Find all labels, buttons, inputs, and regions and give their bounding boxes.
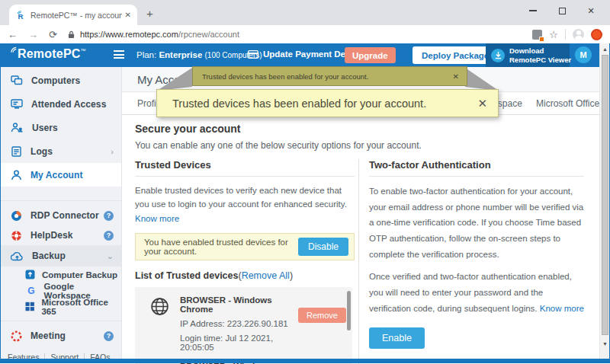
browser-tabstrip: R RemotePC™ - my account inform ✕ + ✕ [0,0,610,25]
paren: ) [290,270,293,281]
my-account-icon [11,170,22,180]
plan-label: Plan: [136,50,156,59]
trusted-devices-description: Enable trusted devices to verify each ne… [135,186,347,209]
sidebar-label: Computer Backup [42,270,117,279]
upgrade-button[interactable]: Upgrade [345,47,396,63]
helpdesk-icon [11,230,22,241]
remotepc-favicon-icon: R [15,10,26,21]
sidebar-item-rdp-connector[interactable]: RDP Connector ? [0,206,121,225]
help-icon[interactable]: ? [104,231,114,241]
toast-close-icon[interactable]: ✕ [477,97,487,110]
user-avatar[interactable]: M [575,46,592,63]
logo-tm: ™ [81,48,86,53]
download-viewer-button[interactable]: DownloadRemotePC Viewer [486,43,570,67]
maximize-button[interactable] [547,2,576,20]
hamburger-menu-icon[interactable] [114,50,124,61]
device-row: BROWSER - Windows Chrome IP Address: 223… [147,295,346,352]
know-more-link[interactable]: Know more [135,214,179,223]
sidebar-item-meeting[interactable]: Meeting ? [0,326,121,346]
browser-urlbar: ← → ⟳ https://www.remotepc.com/rpcnew/ac… [0,25,610,43]
users-icon [11,123,24,133]
download-icon [491,49,505,62]
sidebar-divider [0,200,121,201]
minimize-button[interactable] [518,2,547,20]
logo-text: RemotePC [18,47,81,61]
sidebar-divider [0,321,121,321]
lock-icon[interactable] [68,30,75,39]
close-button[interactable]: ✕ [576,2,605,20]
help-icon[interactable]: ? [104,211,114,221]
new-tab-button[interactable]: + [146,7,153,20]
banner-text: You have enabled trusted devices for you… [144,238,298,256]
window-border [0,43,1,359]
browser-tab[interactable]: R RemotePC™ - my account inform ✕ [9,5,137,25]
disable-button[interactable]: Disable [298,238,348,256]
remotepc-logo[interactable]: RemotePC ™ [10,47,86,61]
computer-backup-icon [25,270,35,279]
sidebar-item-logs[interactable]: Logs › [0,139,121,163]
toast-close-icon[interactable]: ✕ [453,72,459,81]
enable-two-factor-button[interactable]: Enable [369,327,425,349]
trusted-list-label: List of Trusted devices(Remove All) [135,270,355,281]
plan-info: Plan: Enterprise (100 Computers) [136,50,262,59]
sidebar-label: Computers [31,75,114,86]
device-name: BROWSER - Windows Chrome [180,295,298,314]
remove-device-button[interactable]: Remove [298,308,346,323]
url-host: https://www.remotepc.com [80,30,178,39]
toast-notification-magnified: Trusted devices has been enabled for you… [156,89,499,117]
scrollbar-thumb[interactable] [602,55,608,335]
divider [565,29,566,40]
window-border-bottom [0,359,610,363]
tab-close-icon[interactable]: ✕ [125,11,131,19]
forward-icon[interactable]: → [28,29,38,40]
download-label-line1: Download [509,46,544,55]
sidebar-label: Logs [30,146,111,157]
sidebar-item-computers[interactable]: Computers [0,69,121,92]
page-title: My Account [137,73,197,86]
list-label-text: List of Trusted devices [135,270,238,281]
back-icon[interactable]: ← [8,29,18,40]
sidebar-label: Meeting [30,330,104,341]
toast-notification: Trusted devices has been enabled for you… [192,66,467,86]
sidebar-item-users[interactable]: Users [0,116,121,139]
browser-profile-icon[interactable] [573,29,584,40]
sidebar-item-google-workspace[interactable]: G Google Workspace [0,283,121,299]
device-list-scrollbar[interactable] [347,291,351,330]
microsoft-office-icon [25,302,34,311]
trusted-devices-heading: Trusted Devices [135,159,355,177]
chevron-right-icon: › [111,147,114,156]
remove-all-link[interactable]: Remove All [242,270,290,281]
browser-menu-icon[interactable] [591,29,602,40]
bookmark-star-icon[interactable]: ☆ [549,29,558,40]
toast-message: Trusted devices has been enabled for you… [172,97,477,110]
help-icon[interactable]: ? [104,331,114,341]
rdp-connector-icon [11,210,22,222]
sidebar-item-attended-access[interactable]: Attended Access [0,92,121,116]
trusted-device-list: BROWSER - Windows Chrome IP Address: 223… [135,287,352,364]
address-input[interactable]: https://www.remotepc.com/rpcnew/account [80,30,532,39]
chevron-down-icon: ⌄ [107,251,114,261]
sidebar-item-computer-backup[interactable]: Computer Backup [0,267,121,283]
sidebar-label: Users [32,123,114,133]
sidebar-item-microsoft-office-365[interactable]: Microsoft Office 365 [0,299,121,315]
sidebar-item-backup[interactable]: Backup ⌄ [0,245,121,267]
logs-icon [11,146,22,157]
know-more-link[interactable]: Know more [540,304,584,313]
window-controls: ✕ [518,2,605,20]
globe-icon [150,297,169,352]
secure-account-section: Secure your account You can enable any o… [122,115,599,364]
page-scrollbar[interactable]: ▲ ▼ [599,43,610,359]
trusted-status-banner: You have enabled trusted devices for you… [135,233,355,260]
reload-icon[interactable]: ⟳ [49,29,57,40]
svg-text:R: R [18,12,24,21]
extension-icon[interactable] [532,30,542,40]
trusted-devices-panel: Trusted Devices Enable trusted devices t… [135,159,355,364]
sidebar-label: HelpDesk [30,230,104,241]
sidebar: Computers Attended Access Users Logs › M… [0,67,122,359]
meeting-icon [11,330,22,342]
app-header: RemotePC ™ Plan: Enterprise (100 Compute… [0,43,610,67]
device-login-time: Login time: Jul 12 2021, 20:05:05 [180,334,298,352]
sidebar-item-helpdesk[interactable]: HelpDesk ? [0,225,121,245]
sidebar-label: My Account [30,170,114,180]
sidebar-item-my-account[interactable]: My Account [0,163,121,187]
